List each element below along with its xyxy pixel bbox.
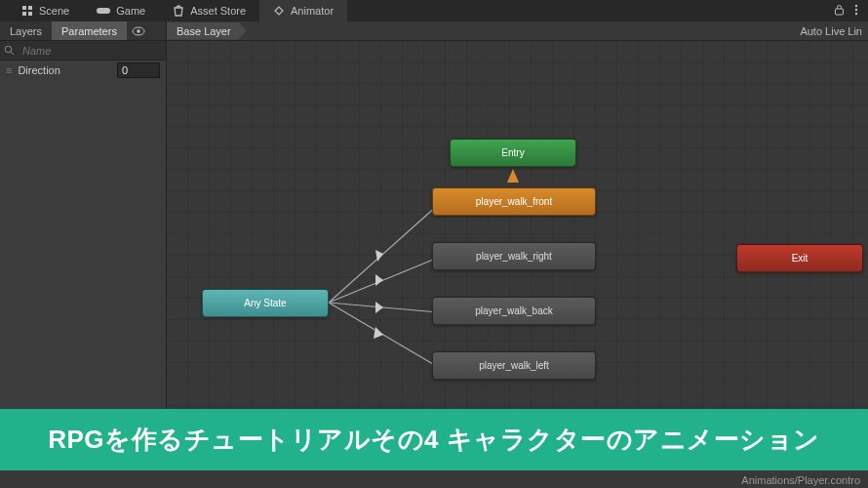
- parameter-search-input[interactable]: [19, 45, 162, 57]
- kebab-menu-icon[interactable]: [854, 2, 858, 20]
- svg-rect-5: [836, 9, 844, 15]
- node-exit[interactable]: Exit: [736, 244, 863, 272]
- parameter-row[interactable]: ≡ Direction: [0, 61, 166, 80]
- svg-rect-2: [22, 12, 26, 16]
- tab-label: Scene: [39, 5, 69, 17]
- tab-animator[interactable]: Animator: [259, 0, 347, 21]
- tab-label: Asset Store: [190, 5, 246, 17]
- tab-asset-store[interactable]: Asset Store: [159, 0, 259, 21]
- parameter-value-input[interactable]: [117, 62, 160, 78]
- editor-tab-bar: Scene Game Asset Store Animator: [0, 0, 868, 21]
- auto-live-link-toggle[interactable]: Auto Live Lin: [800, 25, 868, 37]
- animator-canvas[interactable]: Base Layer Auto Live Lin Entry player_wa…: [167, 21, 868, 470]
- arrowhead-icon: [375, 250, 383, 262]
- transition-arrow-icon: [507, 169, 519, 183]
- arrowhead-icon: [374, 327, 383, 339]
- parameters-tab[interactable]: Parameters: [52, 21, 127, 40]
- node-state[interactable]: player_walk_back: [432, 297, 596, 325]
- bag-icon: [173, 5, 184, 17]
- svg-point-11: [5, 46, 12, 53]
- visibility-toggle[interactable]: [127, 21, 150, 40]
- arrowhead-icon: [375, 302, 383, 313]
- svg-point-7: [855, 9, 857, 11]
- tab-label: Animator: [291, 5, 334, 17]
- node-state[interactable]: player_walk_left: [432, 351, 596, 380]
- breadcrumb[interactable]: Base Layer: [167, 22, 247, 40]
- lock-icon[interactable]: [834, 2, 845, 20]
- transition-edge[interactable]: [329, 205, 438, 303]
- svg-point-10: [137, 29, 140, 33]
- state-graph[interactable]: Entry player_walk_front player_walk_righ…: [167, 41, 868, 470]
- svg-rect-3: [28, 12, 32, 16]
- tab-scene[interactable]: Scene: [8, 0, 83, 21]
- parameters-panel: Layers Parameters ≡ Direction: [0, 21, 167, 470]
- drag-handle-icon[interactable]: ≡: [6, 64, 12, 76]
- svg-rect-0: [22, 6, 26, 10]
- node-entry[interactable]: Entry: [450, 139, 576, 167]
- node-default-state[interactable]: player_walk_front: [432, 187, 596, 216]
- svg-point-6: [855, 5, 857, 7]
- svg-rect-4: [97, 8, 110, 14]
- svg-point-8: [855, 13, 857, 15]
- layers-tab[interactable]: Layers: [0, 21, 52, 40]
- node-any-state[interactable]: Any State: [202, 289, 329, 317]
- node-state[interactable]: player_walk_right: [432, 242, 596, 270]
- animator-icon: [273, 5, 285, 17]
- game-icon: [97, 6, 110, 16]
- svg-rect-1: [28, 6, 32, 10]
- tab-label: Game: [116, 5, 145, 17]
- svg-line-12: [11, 52, 14, 55]
- tutorial-banner: RPGを作るチュートリアルその4 キャラクターのアニメーション: [0, 409, 868, 470]
- arrowhead-icon: [375, 274, 383, 286]
- scene-icon: [21, 5, 33, 17]
- transition-edge[interactable]: [329, 258, 438, 303]
- parameter-name: Direction: [18, 64, 111, 76]
- transition-edge[interactable]: [329, 303, 438, 312]
- transition-edge[interactable]: [329, 303, 438, 367]
- search-icon: [0, 42, 19, 60]
- asset-path-label: Animations/Player.contro: [741, 474, 860, 486]
- tab-game[interactable]: Game: [83, 0, 159, 21]
